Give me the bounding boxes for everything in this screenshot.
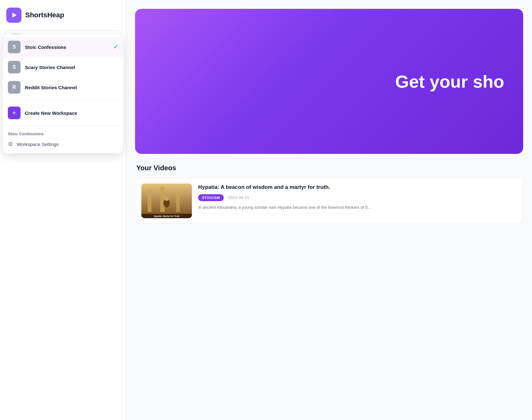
dropdown-item-stoic[interactable]: S Stoic Confessions ✓: [3, 37, 123, 57]
your-videos-title: Your Videos: [136, 164, 522, 172]
check-icon: ✓: [113, 44, 118, 50]
video-title: Hypatia: A beacon of wisdom and a martyr…: [198, 184, 517, 191]
dropdown-label-scary: Scary Stories Channel: [25, 65, 118, 70]
dropdown-label-reddit: Reddit Stories Channel: [25, 85, 118, 90]
video-date: 2024-06-15: [228, 195, 249, 200]
svg-rect-1: [148, 190, 151, 212]
dropdown-divider: [3, 100, 123, 100]
create-workspace-label: Create New Workspace: [25, 110, 77, 116]
thumbnail-svg: Hypatia: Martyr for Truth: [141, 184, 192, 218]
dropdown-item-scary[interactable]: S Scary Stories Channel: [3, 57, 123, 77]
create-workspace-item[interactable]: + Create New Workspace: [3, 103, 123, 123]
app-name: ShortsHeap: [25, 11, 64, 19]
play-icon: [9, 11, 18, 20]
video-card[interactable]: Hypatia: Martyr for Truth Hypatia: A bea…: [136, 178, 522, 223]
your-videos-section: Your Videos: [135, 164, 523, 223]
video-description: In ancient Alexandria, a young scholar n…: [198, 204, 517, 211]
video-thumbnail-image: Hypatia: Martyr for Truth: [141, 184, 192, 218]
workspace-dropdown: S Stoic Confessions ✓ S Scary Stories Ch…: [3, 34, 123, 154]
main-content: Get your sho Your Videos: [126, 0, 532, 420]
hero-banner: Get your sho: [135, 9, 523, 154]
video-info: Hypatia: A beacon of wisdom and a martyr…: [198, 184, 517, 210]
video-meta: STOICISM 2024-06-15: [198, 194, 517, 201]
sidebar-header: ShortsHeap: [0, 0, 126, 30]
workspace-section-label: Stoic Confessions: [3, 128, 123, 137]
logo-icon: [6, 8, 21, 23]
create-workspace-icon: +: [8, 107, 21, 119]
svg-text:Hypatia: Martyr for Truth: Hypatia: Martyr for Truth: [154, 215, 180, 218]
dropdown-avatar-reddit: R: [8, 81, 21, 94]
svg-rect-2: [160, 187, 165, 212]
gear-icon: ⚙: [8, 141, 13, 148]
sidebar: ShortsHeap S Stoic Confessions ⇅ S Stoic…: [0, 0, 126, 420]
svg-point-5: [164, 196, 169, 201]
workspace-settings-label: Workspace Settings: [17, 142, 59, 147]
hero-text: Get your sho: [395, 71, 504, 92]
dropdown-avatar-scary: S: [8, 61, 21, 73]
video-tag: STOICISM: [198, 194, 224, 201]
dropdown-label-stoic: Stoic Confessions: [25, 44, 109, 50]
dropdown-divider-2: [3, 125, 123, 126]
svg-rect-3: [176, 191, 180, 212]
workspace-settings-item[interactable]: ⚙ Workspace Settings: [3, 137, 123, 151]
video-thumbnail: Hypatia: Martyr for Truth: [141, 184, 192, 218]
dropdown-avatar-stoic: S: [8, 41, 21, 53]
dropdown-item-reddit[interactable]: R Reddit Stories Channel: [3, 77, 123, 97]
